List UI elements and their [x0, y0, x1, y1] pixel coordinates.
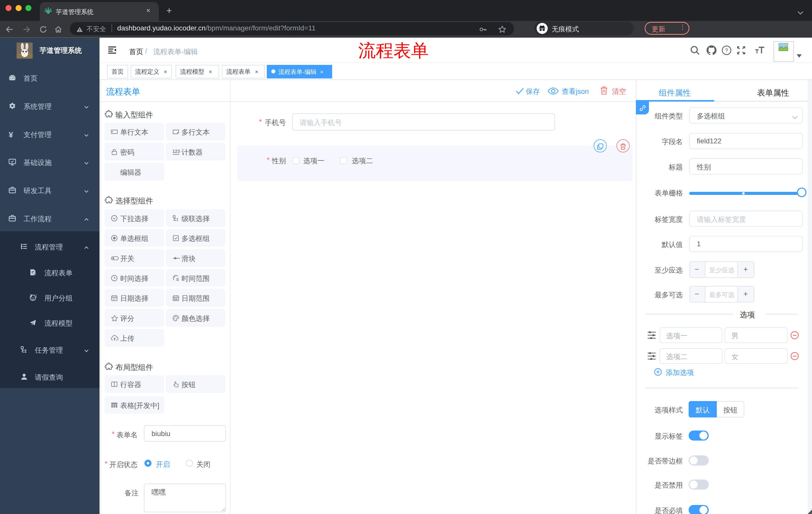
svg-text:?: ? [725, 47, 728, 54]
svg-text:123: 123 [172, 149, 180, 154]
